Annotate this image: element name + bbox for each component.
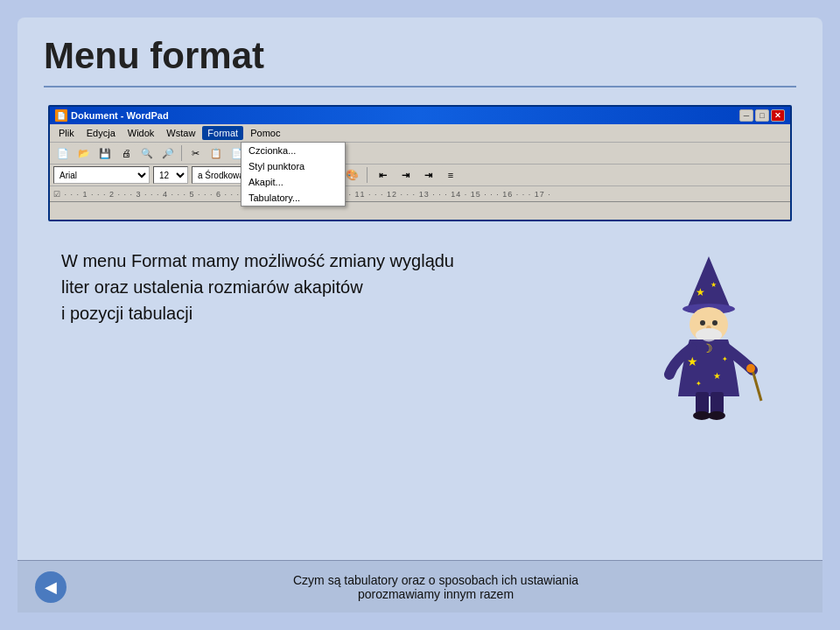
font-select[interactable]: Arial xyxy=(53,166,150,184)
slide-title: Menu format xyxy=(44,35,796,77)
text-content: W menu Format mamy możliwość zmiany wygl… xyxy=(61,248,621,326)
bottom-text: Czym są tabulatory oraz o sposobach ich … xyxy=(66,573,805,601)
window-titlebar: 📄 Dokument - WordPad ─ □ ✕ xyxy=(50,107,790,124)
doc-area xyxy=(50,202,790,220)
menu-format[interactable]: Format xyxy=(202,126,243,140)
text-line3: i pozycji tabulacji xyxy=(61,304,192,323)
maximize-button[interactable]: □ xyxy=(755,109,769,122)
svg-text:★: ★ xyxy=(713,371,721,381)
text-line2: liter oraz ustalenia rozmiarów akapitów xyxy=(61,277,363,297)
toolbar-find[interactable]: 🔎 xyxy=(158,144,178,162)
dropdown-tabulatory[interactable]: Tabulatory... xyxy=(242,190,345,206)
svg-rect-16 xyxy=(696,392,709,414)
window-title: Dokument - WordPad xyxy=(71,110,169,121)
text-line1: W menu Format mamy możliwość zmiany wygl… xyxy=(61,251,454,270)
svg-text:✦: ✦ xyxy=(722,355,728,363)
minimize-button[interactable]: ─ xyxy=(739,109,753,122)
svg-point-19 xyxy=(708,411,725,420)
toolbar-print[interactable]: 🖨 xyxy=(116,144,136,162)
menu-pomoc[interactable]: Pomoc xyxy=(245,126,285,140)
toolbar-preview[interactable]: 🔍 xyxy=(137,144,157,162)
align-center-button[interactable]: ⇥ xyxy=(396,166,415,184)
menu-wstaw[interactable]: Wstaw xyxy=(161,126,200,140)
toolbar-cut[interactable]: ✂ xyxy=(186,144,205,162)
svg-rect-17 xyxy=(710,392,724,414)
align-left-button[interactable]: ⇤ xyxy=(373,166,392,184)
svg-point-5 xyxy=(700,320,705,326)
svg-point-15 xyxy=(746,364,755,373)
format-toolbar: Arial 12 a Środkowa B I U 🎨 ⇤ ⇥ ⇥ ≡ xyxy=(50,164,790,186)
wordpad-window: 📄 Dokument - WordPad ─ □ ✕ Plik Edycja W… xyxy=(48,105,792,221)
main-text: W menu Format mamy możliwość zmiany wygl… xyxy=(61,248,621,326)
content-area: W menu Format mamy możliwość zmiany wygl… xyxy=(44,239,796,431)
svg-text:☽: ☽ xyxy=(702,341,713,355)
svg-point-6 xyxy=(712,320,718,326)
dropdown-akapit[interactable]: Akapit... xyxy=(242,174,345,190)
toolbar-new[interactable]: 📄 xyxy=(53,144,73,162)
menu-plik[interactable]: Plik xyxy=(53,126,80,140)
svg-text:✦: ✦ xyxy=(696,380,702,388)
dropdown-styl[interactable]: Styl punktora xyxy=(242,158,345,174)
size-select[interactable]: 12 xyxy=(153,166,188,184)
list-button[interactable]: ≡ xyxy=(441,166,460,184)
svg-marker-0 xyxy=(687,256,731,309)
wizard-figure: ★ ★ ★ ★ ✦ ✦ ☽ xyxy=(639,248,779,423)
menubar: Plik Edycja Widok Wstaw Format Pomoc Czc… xyxy=(50,124,790,142)
svg-text:★: ★ xyxy=(696,286,705,298)
bottom-bar: ◀ Czym są tabulatory oraz o sposobach ic… xyxy=(18,560,822,612)
slide-container: Menu format 📄 Dokument - WordPad ─ □ ✕ P… xyxy=(18,18,822,612)
svg-text:★: ★ xyxy=(710,281,717,289)
ruler: ☑ · · · 1 · · · 2 · · · 3 · · · 4 · · · … xyxy=(50,186,790,202)
format-dropdown: Czcionka... Styl punktora Akapit... Tabu… xyxy=(241,142,346,206)
bottom-text-line2: porozmawiamy innym razem xyxy=(84,587,788,601)
titlebar-left: 📄 Dokument - WordPad xyxy=(55,109,169,122)
toolbar-open[interactable]: 📂 xyxy=(74,144,94,162)
menu-edycja[interactable]: Edycja xyxy=(81,126,121,140)
align-right-button[interactable]: ⇥ xyxy=(418,166,438,184)
svg-line-14 xyxy=(752,370,761,401)
wizard-svg: ★ ★ ★ ★ ✦ ✦ ☽ xyxy=(639,248,779,423)
title-area: Menu format xyxy=(44,35,796,88)
menu-widok[interactable]: Widok xyxy=(122,126,160,140)
titlebar-controls: ─ □ ✕ xyxy=(739,109,785,122)
prev-arrow[interactable]: ◀ xyxy=(35,571,66,603)
main-toolbar: 📄 📂 💾 🖨 🔍 🔎 ✂ 📋 📄 ↩ ↪ 🕐 xyxy=(50,142,790,164)
bottom-text-line1: Czym są tabulatory oraz o sposobach ich … xyxy=(84,573,788,587)
close-button[interactable]: ✕ xyxy=(771,109,785,122)
toolbar-copy[interactable]: 📋 xyxy=(206,144,226,162)
toolbar-save[interactable]: 💾 xyxy=(95,144,115,162)
prev-arrow-icon: ◀ xyxy=(45,578,57,597)
dropdown-czcionka[interactable]: Czcionka... xyxy=(242,143,345,158)
format-separator xyxy=(367,167,368,183)
toolbar-separator-1 xyxy=(181,145,182,161)
wordpad-icon: 📄 xyxy=(55,109,67,122)
